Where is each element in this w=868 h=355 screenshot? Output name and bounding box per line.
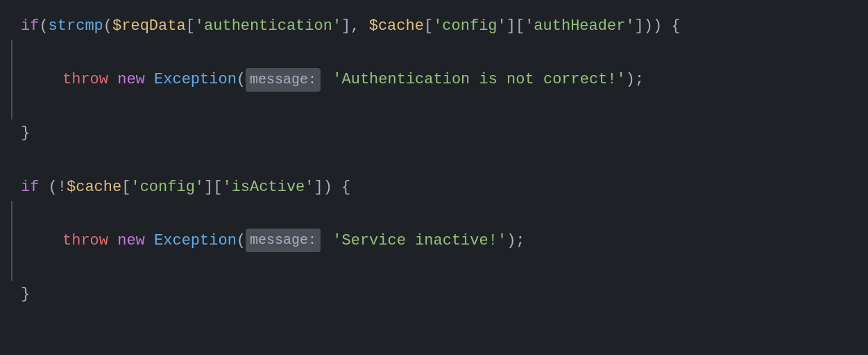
paren-6: ) (626, 67, 635, 92)
var-cache-2: $cache (67, 175, 121, 199)
between-blocks (0, 147, 868, 174)
keyword-if-2: if (21, 175, 39, 199)
fn-exception-1: Exception (154, 67, 237, 92)
keyword-throw-2: throw (62, 229, 108, 253)
bracket-1: [ (186, 14, 195, 38)
if-line-2: if (!$cache['config']['isActive']) { (0, 174, 868, 201)
bracket-8: ] (204, 175, 213, 199)
space-5 (145, 229, 154, 253)
keyword-throw-1: throw (62, 67, 108, 92)
str-auth-error: 'Authentication is not correct!' (332, 67, 625, 92)
paren-7: ( (49, 175, 58, 199)
keyword-new-2: new (117, 229, 145, 253)
open-brace-1: { (662, 14, 680, 38)
space-if2 (39, 175, 48, 199)
str-authentication: 'authentication' (195, 14, 341, 38)
paren-10: ) (507, 229, 516, 253)
param-label-1: message: (246, 68, 321, 92)
space-3 (323, 67, 332, 92)
str-authheader: 'authHeader' (525, 14, 634, 38)
paren-4: ) (653, 14, 662, 38)
str-config-1: 'config' (433, 14, 507, 38)
keyword-new-1: new (117, 67, 145, 92)
space-4 (108, 229, 117, 253)
space-6 (323, 229, 332, 253)
close-brace-span-2: } (21, 282, 30, 306)
bracket-9: [ (213, 175, 222, 199)
fn-exception-2: Exception (154, 229, 237, 253)
paren-9: ( (237, 229, 246, 253)
throw-line-1: throw new Exception(message: 'Authentica… (0, 66, 868, 93)
keyword-if-1: if (21, 14, 39, 38)
paren-2: ( (103, 14, 112, 38)
bracket-4: ] (507, 14, 516, 38)
str-isactive: 'isActive' (222, 175, 314, 199)
str-service-error: 'Service inactive!' (332, 229, 507, 253)
empty-line-4 (0, 254, 868, 281)
throw-line-2: throw new Exception(message: 'Service in… (0, 227, 868, 254)
paren-1: ( (39, 14, 48, 38)
space-2 (145, 67, 154, 92)
close-brace-2: } (0, 281, 868, 308)
empty-line-1 (0, 40, 868, 66)
bracket-5: [ (516, 14, 525, 38)
block2: if (!$cache['config']['isActive']) { thr… (0, 174, 868, 308)
paren-8: ) (323, 175, 332, 199)
bracket-7: [ (121, 175, 130, 199)
open-brace-2: { (332, 175, 350, 199)
exclaim-1: ! (58, 175, 67, 199)
semi-1: ; (635, 67, 644, 92)
code-editor: if(strcmp($reqData['authentication'], $c… (0, 0, 868, 355)
bracket-3: [ (424, 14, 433, 38)
paren-5: ( (237, 67, 246, 92)
param-label-2: message: (246, 229, 321, 252)
paren-3: ) (644, 14, 653, 38)
str-config-2: 'config' (130, 175, 204, 199)
bracket-10: ] (314, 175, 323, 199)
empty-line-3 (0, 201, 868, 227)
bracket-2: ] (341, 14, 350, 38)
var-cache-1: $cache (369, 14, 424, 38)
block1: if(strcmp($reqData['authentication'], $c… (0, 13, 868, 147)
close-brace-1: } (0, 119, 868, 147)
fn-strcmp: strcmp (49, 14, 103, 38)
comma-1: , (350, 14, 368, 38)
space-1 (108, 67, 117, 92)
bracket-6: ] (635, 14, 644, 38)
close-brace-span-1: } (21, 121, 30, 145)
empty-line-2 (0, 93, 868, 119)
var-reqdata: $reqData (112, 14, 186, 38)
if-line-1: if(strcmp($reqData['authentication'], $c… (0, 13, 868, 40)
semi-2: ; (516, 229, 525, 253)
